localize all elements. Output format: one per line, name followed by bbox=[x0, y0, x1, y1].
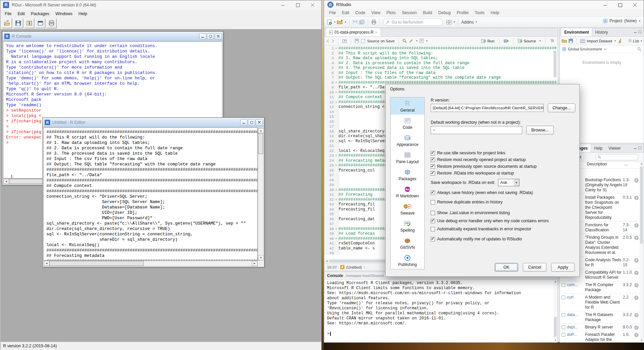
rgui-menu-item[interactable]: Help bbox=[75, 10, 90, 17]
rstudio-console-output[interactable]: Loading Microsoft R Client packages, ver… bbox=[324, 280, 553, 342]
package-remove-icon[interactable]: × bbox=[634, 283, 639, 287]
package-remove-icon[interactable]: × bbox=[634, 333, 639, 337]
pane-maximize-icon[interactable] bbox=[638, 30, 642, 33]
import-dataset-icon[interactable] bbox=[580, 39, 585, 43]
tab-help[interactable]: Help bbox=[591, 144, 606, 152]
fold-icon[interactable] bbox=[334, 222, 338, 227]
clear-broom-icon[interactable] bbox=[618, 39, 622, 43]
rgui-menu-item[interactable]: Packages bbox=[28, 10, 52, 17]
category-publishing[interactable]: Publishing bbox=[391, 252, 424, 269]
fold-icon[interactable] bbox=[334, 56, 338, 61]
fold-icon[interactable] bbox=[334, 139, 338, 144]
search-icon[interactable] bbox=[637, 47, 642, 51]
category-spelling[interactable]: ABC Spelling bbox=[391, 218, 424, 235]
open-file-caret-icon[interactable]: ▾ bbox=[345, 21, 346, 24]
cancel-button[interactable]: Cancel bbox=[523, 263, 546, 272]
save-icon[interactable] bbox=[355, 39, 359, 43]
packages-vscrollbar[interactable]: ▲ ▼ bbox=[640, 162, 644, 342]
compile-notebook-icon[interactable] bbox=[420, 39, 424, 43]
list-icon[interactable] bbox=[628, 39, 632, 42]
fold-icon[interactable] bbox=[334, 173, 338, 178]
r-editor-titlebar[interactable]: R Untitled - R Editor bbox=[43, 118, 264, 127]
console-maximize-button[interactable] bbox=[207, 33, 214, 39]
checkbox[interactable] bbox=[431, 151, 435, 155]
code-tools-wand-icon[interactable] bbox=[409, 39, 414, 43]
category-packages[interactable]: Packages bbox=[391, 166, 424, 183]
fold-icon[interactable] bbox=[334, 217, 338, 222]
package-remove-icon[interactable]: × bbox=[634, 313, 639, 317]
category-code[interactable]: Code bbox=[391, 115, 424, 132]
package-remove-icon[interactable]: × bbox=[634, 223, 639, 228]
tab-viewer[interactable]: Viewer bbox=[605, 144, 623, 152]
package-remove-icon[interactable]: × bbox=[634, 178, 639, 183]
package-remove-icon[interactable]: × bbox=[634, 236, 639, 240]
change-button[interactable]: Change... bbox=[548, 104, 575, 112]
checkbox[interactable] bbox=[431, 211, 435, 215]
package-remove-icon[interactable]: × bbox=[634, 271, 639, 275]
fold-icon[interactable] bbox=[334, 105, 338, 110]
console-close-button[interactable] bbox=[215, 33, 222, 39]
package-remove-icon[interactable]: × bbox=[634, 258, 639, 263]
editor-hscrollbar[interactable]: ◄ ► bbox=[43, 261, 258, 266]
scope-caret-icon[interactable]: ▾ bbox=[604, 48, 606, 51]
package-checkbox[interactable] bbox=[562, 325, 565, 329]
package-name[interactable]: doP... bbox=[567, 332, 585, 342]
fold-icon[interactable]: ▾ bbox=[334, 153, 338, 158]
rgui-menu-item[interactable]: Edit bbox=[14, 10, 28, 17]
fold-icon[interactable] bbox=[334, 124, 338, 129]
fold-icon[interactable]: ▾ bbox=[334, 90, 338, 95]
save-all-button[interactable] bbox=[359, 20, 365, 25]
rstudio-menu-item[interactable]: Session bbox=[399, 10, 420, 16]
fold-icon[interactable] bbox=[334, 241, 338, 246]
fold-icon[interactable] bbox=[334, 183, 338, 188]
fold-icon[interactable] bbox=[334, 95, 338, 100]
package-name[interactable]: depl... bbox=[567, 325, 585, 330]
checkbox[interactable] bbox=[431, 158, 435, 162]
source-button[interactable]: Source bbox=[518, 39, 536, 43]
new-file-button[interactable] bbox=[327, 20, 332, 25]
checkbox[interactable] bbox=[431, 171, 435, 176]
copy-paste-button[interactable] bbox=[24, 18, 34, 28]
open-script-button[interactable] bbox=[2, 18, 12, 28]
new-file-caret-icon[interactable]: ▾ bbox=[334, 21, 335, 24]
rgui-menu-item[interactable]: File bbox=[2, 10, 14, 17]
package-remove-icon[interactable]: × bbox=[634, 325, 639, 330]
category-git-svn[interactable]: Git/SVN bbox=[391, 235, 424, 252]
windows-button[interactable] bbox=[35, 18, 45, 28]
project-selector[interactable]: R Project: (None) ▾ bbox=[603, 18, 640, 23]
notebook-caret-icon[interactable]: ▾ bbox=[426, 39, 428, 42]
rgui-close-button[interactable] bbox=[305, 0, 320, 10]
rstudio-close-button[interactable] bbox=[628, 0, 642, 10]
fold-icon[interactable]: ▾ bbox=[334, 188, 338, 193]
fold-icon[interactable] bbox=[334, 168, 338, 173]
category-appearance[interactable]: Appearance bbox=[391, 132, 424, 149]
pane-minimize-icon[interactable] bbox=[634, 146, 637, 149]
package-checkbox[interactable] bbox=[562, 296, 565, 299]
pane-layout-button[interactable] bbox=[446, 20, 452, 25]
run-button[interactable]: Run bbox=[481, 39, 494, 43]
pane-minimize-icon[interactable] bbox=[634, 30, 637, 33]
list-caret-icon[interactable]: ▾ bbox=[641, 39, 642, 42]
category-sweave[interactable]: Sweave bbox=[391, 200, 424, 218]
rstudio-menu-item[interactable]: Edit bbox=[339, 10, 352, 16]
rstudio-titlebar[interactable]: R RStudio bbox=[324, 0, 644, 9]
checkbox[interactable] bbox=[431, 200, 435, 204]
fold-icon[interactable] bbox=[334, 51, 338, 56]
package-checkbox[interactable] bbox=[562, 333, 565, 337]
import-dataset-label[interactable]: Import Dataset bbox=[587, 39, 612, 43]
package-row[interactable]: com... The R Compiler Package 3.3.2 × bbox=[560, 281, 640, 294]
fold-icon[interactable]: ▾ bbox=[334, 80, 338, 85]
print-button[interactable] bbox=[46, 18, 57, 28]
fold-icon[interactable]: ▾ bbox=[334, 163, 338, 168]
checkbox[interactable] bbox=[431, 164, 435, 169]
console-vscrollbar[interactable]: ▲ ▼ bbox=[553, 280, 558, 342]
version-header-clipped[interactable]: ... bbox=[624, 162, 635, 168]
scope-label[interactable]: Global Environment bbox=[568, 47, 602, 51]
rgui-maximize-button[interactable] bbox=[290, 0, 305, 10]
editor-minimize-button[interactable] bbox=[240, 119, 247, 125]
find-icon[interactable] bbox=[402, 39, 407, 43]
code-tools-caret-icon[interactable]: ▾ bbox=[416, 39, 418, 42]
package-remove-icon[interactable]: × bbox=[634, 296, 639, 300]
addins-caret-icon[interactable]: ▾ bbox=[476, 21, 477, 24]
fold-icon[interactable] bbox=[334, 207, 338, 212]
